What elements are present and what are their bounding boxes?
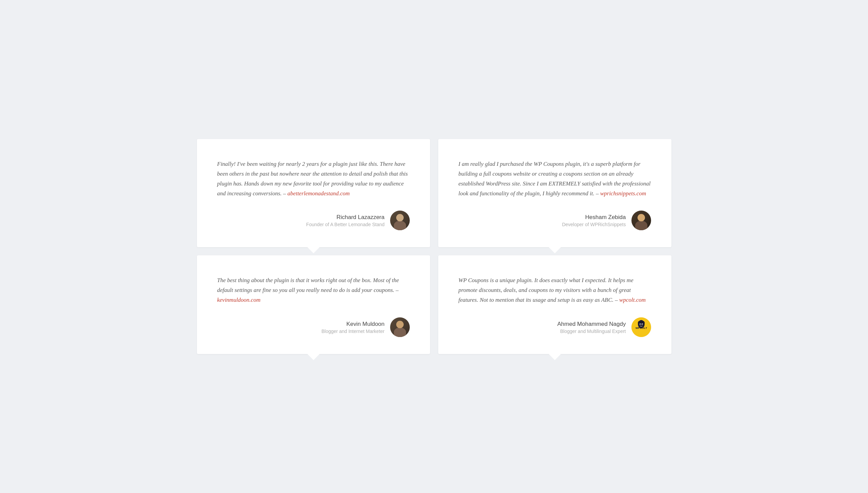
author-title-richard: Founder of A Better Lemonade Stand: [306, 222, 384, 227]
author-avatar-kevin: [390, 317, 410, 337]
author-info-hesham: Hesham ZebidaDeveloper of WPRichSnippets: [562, 214, 626, 227]
author-section-ahmed: Ahmed Mohammed NagdyBlogger and Multilin…: [459, 317, 651, 337]
author-name-ahmed: Ahmed Mohammed Nagdy: [557, 321, 626, 328]
testimonial-link-ahmed[interactable]: wpcolt.com: [619, 297, 646, 303]
author-name-kevin: Kevin Muldoon: [322, 321, 385, 328]
testimonial-text-ahmed: WP Coupons is a unique plugin. It does e…: [459, 276, 651, 305]
testimonial-link-kevin[interactable]: kevinmuldoon.com: [217, 297, 261, 303]
author-info-ahmed: Ahmed Mohammed NagdyBlogger and Multilin…: [557, 321, 626, 334]
author-avatar-richard: [390, 211, 410, 230]
testimonial-text-richard: Finally! I've been waiting for nearly 2 …: [217, 159, 410, 199]
author-name-richard: Richard Lazazzera: [306, 214, 384, 221]
author-title-hesham: Developer of WPRichSnippets: [562, 222, 626, 227]
testimonial-text-hesham: I am really glad I purchased the WP Coup…: [459, 159, 651, 199]
author-avatar-ahmed: WPCOLT: [631, 317, 651, 337]
testimonial-card-ahmed: WP Coupons is a unique plugin. It does e…: [438, 255, 671, 354]
testimonials-grid: Finally! I've been waiting for nearly 2 …: [197, 139, 671, 354]
author-section-hesham: Hesham ZebidaDeveloper of WPRichSnippets: [459, 211, 651, 230]
author-info-kevin: Kevin MuldoonBlogger and Internet Market…: [322, 321, 385, 334]
testimonial-link-richard[interactable]: abetterlemonadestand.com: [287, 190, 350, 197]
author-section-kevin: Kevin MuldoonBlogger and Internet Market…: [217, 317, 410, 337]
author-name-hesham: Hesham Zebida: [562, 214, 626, 221]
author-info-richard: Richard LazazzeraFounder of A Better Lem…: [306, 214, 384, 227]
testimonial-card-kevin: The best thing about the plugin is that …: [197, 255, 430, 354]
author-title-ahmed: Blogger and Multilingual Expert: [557, 329, 626, 334]
author-avatar-hesham: [631, 211, 651, 230]
author-section-richard: Richard LazazzeraFounder of A Better Lem…: [217, 211, 410, 230]
author-title-kevin: Blogger and Internet Marketer: [322, 329, 385, 334]
svg-point-8: [642, 324, 643, 325]
testimonial-link-hesham[interactable]: wprichsnippets.com: [600, 190, 646, 197]
testimonial-card-richard: Finally! I've been waiting for nearly 2 …: [197, 139, 430, 248]
testimonial-text-kevin: The best thing about the plugin is that …: [217, 276, 410, 305]
testimonial-card-hesham: I am really glad I purchased the WP Coup…: [438, 139, 671, 248]
svg-point-7: [640, 324, 641, 325]
